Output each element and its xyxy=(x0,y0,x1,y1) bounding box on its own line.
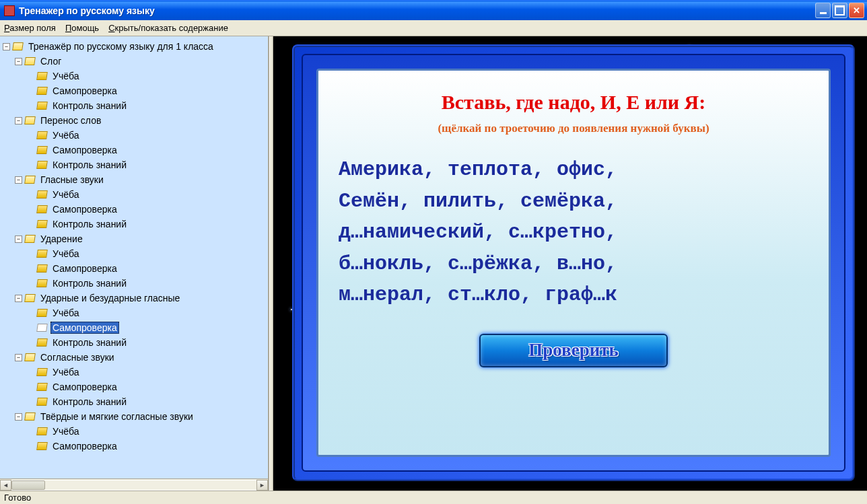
tree-label[interactable]: Учёба xyxy=(50,366,81,378)
tree-label[interactable]: Согласные звуки xyxy=(38,351,116,363)
minimize-button[interactable] xyxy=(815,3,831,18)
menu-field-size[interactable]: Размер поля xyxy=(4,23,56,33)
tree-label[interactable]: Учёба xyxy=(50,70,81,82)
tree-row[interactable]: Самопроверка xyxy=(3,83,268,98)
tree-label[interactable]: Самопроверка xyxy=(50,262,119,275)
tree-label[interactable]: Учёба xyxy=(50,129,81,141)
book-icon xyxy=(36,250,48,258)
tree-label[interactable]: Самопроверка xyxy=(50,144,119,156)
collapse-icon[interactable]: − xyxy=(15,295,22,302)
tree-label[interactable]: Тренажёр по русскому языку для 1 класса xyxy=(26,40,215,52)
book-icon xyxy=(24,294,36,302)
tree-row[interactable]: −Перенос слов xyxy=(3,113,268,128)
tree-row[interactable]: Учёба xyxy=(3,424,268,439)
tree-label[interactable]: Самопроверка xyxy=(50,85,119,97)
tree-row[interactable]: −Твёрдые и мягкие согласные звуки xyxy=(3,409,268,424)
collapse-icon[interactable]: − xyxy=(15,236,22,243)
tree-row[interactable]: Самопроверка xyxy=(3,143,268,157)
tree-row[interactable]: Контроль знаний xyxy=(3,217,268,231)
book-icon xyxy=(36,205,48,213)
menu-toggle-toc[interactable]: Скрыть/показать содержание xyxy=(108,23,228,33)
tree-row[interactable]: Учёба xyxy=(3,305,268,320)
tree-label[interactable]: Самопроверка xyxy=(50,203,119,215)
task-line[interactable]: д…намический, с…кретно, xyxy=(339,217,808,248)
check-button[interactable]: Проверить xyxy=(479,334,668,367)
tree-row[interactable]: Самопроверка xyxy=(3,261,268,276)
close-button[interactable] xyxy=(849,3,864,18)
tree-row[interactable]: Контроль знаний xyxy=(3,157,268,172)
collapse-icon[interactable]: − xyxy=(15,413,22,421)
task-words[interactable]: Америка, теплота, офис,Семён, пилить, се… xyxy=(336,154,811,311)
book-icon xyxy=(24,176,36,184)
task-line[interactable]: б…нокль, с…рёжка, в…но, xyxy=(339,248,808,280)
task-line[interactable]: Америка, теплота, офис, xyxy=(339,154,808,186)
tree-label[interactable]: Перенос слов xyxy=(38,114,103,127)
book-icon xyxy=(36,427,48,435)
collapse-icon[interactable]: − xyxy=(15,354,22,361)
menu-help[interactable]: Помощь xyxy=(65,23,99,33)
scroll-thumb[interactable] xyxy=(11,480,45,490)
tree-label[interactable]: Контроль знаний xyxy=(50,277,129,289)
tree-label[interactable]: Слог xyxy=(38,55,63,67)
tree-scrollbar[interactable]: ◄ ► xyxy=(0,478,268,491)
tree-row[interactable]: Учёба xyxy=(3,365,268,380)
tree-label[interactable]: Самопроверка xyxy=(50,381,119,393)
tree-label[interactable]: Самопроверка xyxy=(50,440,119,452)
tree-row[interactable]: −Тренажёр по русскому языку для 1 класса xyxy=(3,39,268,54)
tree-label[interactable]: Контроль знаний xyxy=(50,218,129,230)
tree-row[interactable]: Контроль знаний xyxy=(3,98,268,113)
tree-row[interactable]: Контроль знаний xyxy=(3,394,268,409)
book-icon xyxy=(36,398,48,406)
tree-label[interactable]: Твёрдые и мягкие согласные звуки xyxy=(38,410,195,423)
tree-row[interactable]: Учёба xyxy=(3,246,268,261)
book-icon xyxy=(24,235,36,243)
task-line[interactable]: м…нерал, ст…кло, граф…к xyxy=(339,279,808,311)
scroll-track[interactable] xyxy=(11,480,256,491)
tree-label[interactable]: Контроль знаний xyxy=(50,100,129,112)
tree-label[interactable]: Учёба xyxy=(50,307,81,319)
collapse-icon[interactable]: − xyxy=(15,58,22,65)
tree-row[interactable]: −Согласные звуки xyxy=(3,350,268,365)
tree-label[interactable]: Контроль знаний xyxy=(50,159,129,171)
tree-row[interactable]: Контроль знаний xyxy=(3,335,268,350)
book-icon xyxy=(36,368,48,376)
tree-row[interactable]: Учёба xyxy=(3,187,268,202)
task-line[interactable]: Семён, пилить, семёрка, xyxy=(339,186,808,217)
collapse-icon[interactable]: − xyxy=(15,176,22,184)
book-icon xyxy=(24,353,36,361)
status-text: Готово xyxy=(4,493,31,503)
book-icon xyxy=(24,116,36,124)
tree-row[interactable]: Самопроверка xyxy=(3,439,268,454)
collapse-icon[interactable]: − xyxy=(15,117,22,124)
tree-label[interactable]: Самопроверка xyxy=(50,322,119,334)
tree-row[interactable]: −Слог xyxy=(3,54,268,69)
maximize-button[interactable] xyxy=(832,3,847,18)
book-icon xyxy=(24,57,36,65)
tree-label[interactable]: Учёба xyxy=(50,188,81,201)
tree-label[interactable]: Гласные звуки xyxy=(38,174,106,186)
tree-label[interactable]: Ударные и безударные гласные xyxy=(38,292,182,304)
tree-row[interactable]: −Гласные звуки xyxy=(3,172,268,187)
tree-row[interactable]: Учёба xyxy=(3,69,268,83)
exercise-card: Вставь, где надо, И, Е или Я: (щёлкай по… xyxy=(316,69,831,457)
tree-label[interactable]: Ударение xyxy=(38,233,85,245)
content-pane: Вставь, где надо, И, Е или Я: (щёлкай по… xyxy=(273,36,867,491)
tree-row[interactable]: −Ударные и безударные гласные xyxy=(3,291,268,305)
check-button-label: Проверить xyxy=(528,340,619,361)
content-tree[interactable]: −Тренажёр по русскому языку для 1 класса… xyxy=(0,36,268,478)
tree-label[interactable]: Контроль знаний xyxy=(50,336,129,349)
collapse-icon[interactable]: − xyxy=(3,43,10,50)
app-icon xyxy=(4,5,15,16)
tree-row[interactable]: Учёба xyxy=(3,128,268,143)
tree-label[interactable]: Учёба xyxy=(50,248,81,260)
scroll-right-icon[interactable]: ► xyxy=(256,480,268,491)
tree-label[interactable]: Контроль знаний xyxy=(50,396,129,408)
tree-label[interactable]: Учёба xyxy=(50,425,81,437)
scroll-left-icon[interactable]: ◄ xyxy=(0,480,11,491)
tree-row[interactable]: Контроль знаний xyxy=(3,276,268,291)
tree-row[interactable]: Самопроверка xyxy=(3,202,268,217)
book-icon xyxy=(36,309,48,317)
tree-row[interactable]: Самопроверка xyxy=(3,320,268,335)
tree-row[interactable]: −Ударение xyxy=(3,231,268,246)
tree-row[interactable]: Самопроверка xyxy=(3,380,268,394)
